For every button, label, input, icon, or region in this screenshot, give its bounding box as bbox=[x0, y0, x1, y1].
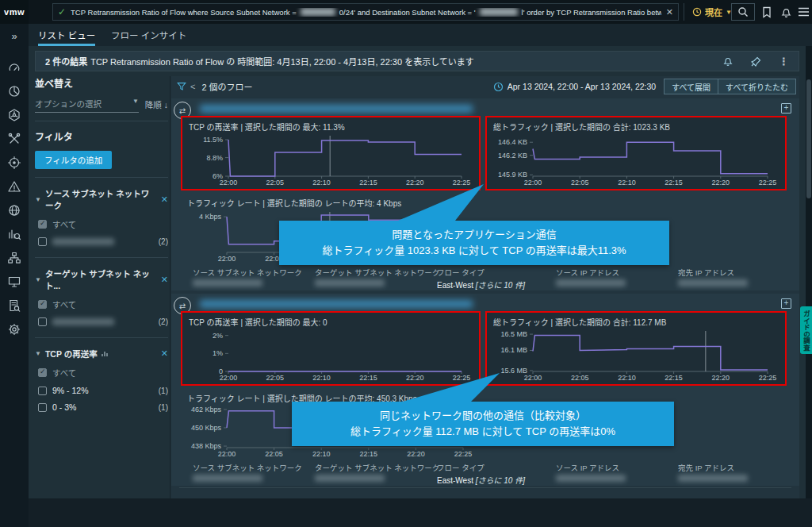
target-icon[interactable] bbox=[0, 154, 29, 171]
cell-source-subnet bbox=[193, 475, 262, 483]
tab-flow-insight[interactable]: フロー インサイト bbox=[111, 24, 186, 46]
sort-order-toggle[interactable]: 降順 ↓ bbox=[145, 98, 168, 113]
filter-group-source-subnet[interactable]: ▼ ソース サブネット ネットワーク ✕ bbox=[35, 187, 168, 211]
filter-funnel-icon[interactable] bbox=[176, 81, 187, 92]
filter-option-0-3[interactable]: 0 - 3% (1) bbox=[35, 402, 168, 412]
guide-investigation-tab[interactable]: ガイドの調査 bbox=[800, 306, 812, 354]
collapse-filters-icon[interactable]: < bbox=[190, 82, 195, 91]
svg-text:8.8%: 8.8% bbox=[206, 154, 223, 162]
search-input[interactable]: ✓ TCP Retransmission Ratio of Flow where… bbox=[52, 3, 679, 21]
audit-log-icon[interactable] bbox=[0, 297, 29, 314]
main-menu-button[interactable] bbox=[795, 3, 812, 21]
expand-flow-icon[interactable]: + bbox=[781, 298, 791, 309]
donut-chart-icon[interactable] bbox=[0, 83, 29, 100]
filter-option-all[interactable]: すべて bbox=[35, 367, 168, 379]
expand-all-button[interactable]: すべて展開 bbox=[664, 79, 718, 94]
kebab-menu-icon[interactable]: ⋮ bbox=[779, 56, 789, 67]
chart-title: 総トラフィック | 選択した期間の 合計: 1023.3 KB bbox=[493, 121, 779, 132]
checkbox-checked-icon[interactable] bbox=[38, 368, 47, 377]
search-query[interactable]: TCP Retransmission Ratio of Flow where S… bbox=[71, 8, 661, 17]
filter-option-redacted[interactable]: (2) bbox=[35, 317, 168, 326]
checkbox-checked-icon[interactable] bbox=[38, 300, 47, 309]
svg-text:22:10: 22:10 bbox=[312, 450, 331, 458]
tcp-retransmission-chart-flow1: 11.5%8.8%6%22:0022:0522:1022:1522:2022:2… bbox=[189, 132, 473, 187]
sort-select[interactable]: オプションの選択 ▼ bbox=[35, 98, 139, 113]
annotation-callout-problem-flow: 問題となったアプリケーション通信 総トラフィック量 1023.3 KB に対して… bbox=[279, 184, 669, 265]
tab-list-view[interactable]: リスト ビュー bbox=[38, 24, 95, 46]
search-query-part2: 0/24' and Destination Subnet Network = ' bbox=[339, 8, 476, 17]
checkbox-icon[interactable] bbox=[38, 317, 47, 326]
chart-title: TCP の再送率 | 選択した期間の 最大: 11.3% bbox=[189, 121, 473, 132]
svg-text:462 Kbps: 462 Kbps bbox=[191, 406, 222, 414]
dashboard-gauge-icon[interactable] bbox=[0, 59, 29, 76]
svg-text:22:20: 22:20 bbox=[407, 450, 425, 458]
checkbox-icon[interactable] bbox=[38, 403, 47, 412]
flow-title-redacted[interactable] bbox=[200, 300, 473, 308]
filter-sidebar: 並べ替え オプションの選択 ▼ 降順 ↓ フィルタ フィルタの追加 ▼ ソース … bbox=[35, 76, 168, 498]
query-valid-check-icon: ✓ bbox=[58, 6, 66, 17]
cell-target-subnet bbox=[315, 475, 385, 483]
callout-line1: 同じネットワーク間の他の通信（比較対象） bbox=[301, 408, 665, 424]
time-range-dropdown[interactable]: 現在 ▼ bbox=[684, 3, 732, 21]
time-pill-label: 現在 bbox=[705, 6, 722, 18]
cell-dest-ip bbox=[678, 475, 748, 483]
redacted-value bbox=[52, 318, 114, 325]
alerts-icon[interactable] bbox=[0, 178, 29, 195]
filter-group-tcp-retransmission[interactable]: ▼ TCP の再送率 ✕ bbox=[35, 348, 168, 360]
filter-option-all[interactable]: すべて bbox=[35, 218, 168, 230]
settings-gear-icon[interactable] bbox=[0, 321, 29, 338]
cell-flow-type: East-West [さらに 10 件] bbox=[437, 474, 525, 486]
collapse-all-button[interactable]: すべて折りたたむ bbox=[718, 79, 796, 94]
sort-heading: 並べ替え bbox=[35, 76, 168, 90]
filter-option-all[interactable]: すべて bbox=[35, 298, 168, 310]
divider bbox=[35, 257, 168, 258]
desktop-icon[interactable] bbox=[0, 273, 29, 290]
redacted-subnet-destination bbox=[480, 8, 518, 16]
filter-option-redacted[interactable]: (2) bbox=[35, 237, 168, 246]
alert-bell-button[interactable] bbox=[722, 56, 733, 67]
cell-target-subnet bbox=[315, 279, 385, 288]
checkbox-icon[interactable] bbox=[38, 237, 47, 246]
svg-text:22:05: 22:05 bbox=[265, 450, 283, 458]
topology-icon[interactable] bbox=[0, 249, 29, 267]
analytics-search-icon[interactable] bbox=[0, 225, 29, 243]
cell-source-ip bbox=[556, 279, 626, 288]
annotation-callout-comparison-flow: 同じネットワーク間の他の通信（比較対象） 総トラフィック量 112.7 MB に… bbox=[292, 373, 674, 446]
add-filter-button[interactable]: フィルタの追加 bbox=[35, 151, 112, 169]
remove-filter-icon[interactable]: ✕ bbox=[161, 275, 168, 285]
more-link[interactable]: [さらに 10 件] bbox=[476, 281, 525, 290]
checkbox-icon[interactable] bbox=[38, 387, 47, 395]
divider bbox=[35, 337, 168, 338]
left-nav-rail: » bbox=[0, 24, 29, 527]
infrastructure-icon[interactable] bbox=[0, 106, 29, 124]
filter-option-9-12[interactable]: 9% - 12% (1) bbox=[35, 386, 168, 395]
pin-button[interactable] bbox=[751, 56, 761, 67]
flow-count: 2 個のフロー bbox=[201, 80, 252, 93]
cell-source-subnet bbox=[193, 279, 262, 288]
notifications-button[interactable] bbox=[777, 3, 795, 21]
row-divider bbox=[179, 487, 791, 488]
scrollbar-thumb[interactable] bbox=[806, 79, 811, 198]
total-traffic-chart-flow1: 146.4 KB146.2 KB145.9 KB22:0022:0522:102… bbox=[493, 132, 779, 187]
bookmark-button[interactable] bbox=[758, 3, 776, 21]
checkbox-checked-icon[interactable] bbox=[38, 220, 47, 229]
tools-icon[interactable] bbox=[0, 130, 29, 148]
more-link[interactable]: [さらに 10 件] bbox=[476, 476, 525, 485]
redacted-subnet-source bbox=[301, 8, 335, 16]
flows-toolbar: < 2 個のフロー Apr 13 2024, 22:00 - Apr 13 20… bbox=[171, 76, 799, 97]
clear-search-icon[interactable]: ✕ bbox=[666, 7, 673, 17]
remove-filter-icon[interactable]: ✕ bbox=[161, 348, 168, 359]
col-target-subnet: ターゲット サブネット ネットワーク bbox=[315, 462, 439, 473]
tcp-retransmission-chart-box-1: TCP の再送率 | 選択した期間の 最大: 11.3% 11.5%8.8%6%… bbox=[181, 116, 481, 190]
callout-line2: 総トラフィック量 1023.3 KB に対して TCP の再送率は最大11.3% bbox=[289, 243, 660, 259]
svg-text:145.9 KB: 145.9 KB bbox=[498, 171, 527, 179]
expand-flow-icon[interactable]: + bbox=[781, 103, 791, 113]
globe-icon[interactable] bbox=[0, 202, 29, 219]
remove-filter-icon[interactable]: ✕ bbox=[161, 194, 168, 205]
expand-sidebar-icon[interactable]: » bbox=[0, 27, 29, 44]
flow-title-redacted[interactable] bbox=[200, 105, 473, 113]
histogram-icon bbox=[102, 350, 109, 357]
filter-group-target-subnet[interactable]: ▼ ターゲット サブネット ネット... ✕ bbox=[35, 267, 168, 291]
svg-text:22:00: 22:00 bbox=[218, 255, 236, 263]
search-button[interactable] bbox=[731, 3, 755, 21]
